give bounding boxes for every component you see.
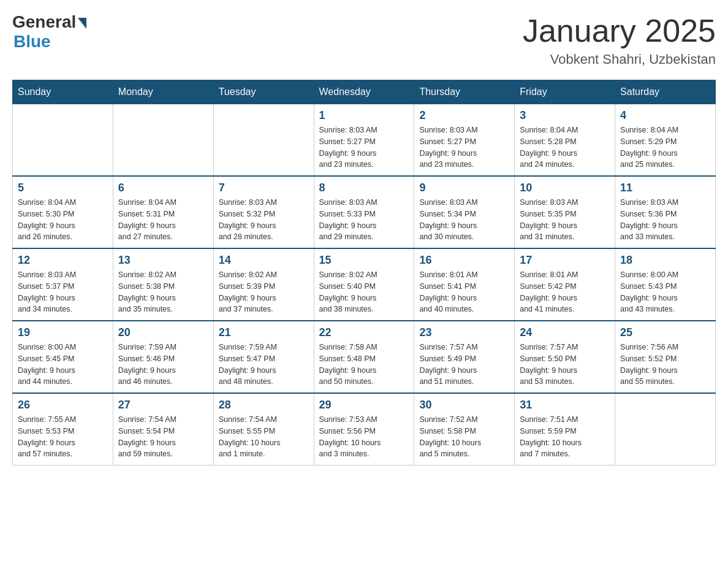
calendar-week-row: 1Sunrise: 8:03 AM Sunset: 5:27 PM Daylig… [13, 104, 716, 177]
day-number: 9 [419, 182, 509, 194]
day-info: Sunrise: 7:57 AM Sunset: 5:49 PM Dayligh… [419, 342, 509, 388]
day-number: 25 [620, 326, 710, 339]
day-info: Sunrise: 8:01 AM Sunset: 5:42 PM Dayligh… [520, 269, 610, 315]
calendar-cell: 6Sunrise: 8:04 AM Sunset: 5:31 PM Daylig… [113, 176, 213, 248]
weekday-header-monday: Monday [113, 80, 213, 104]
calendar-cell: 19Sunrise: 8:00 AM Sunset: 5:45 PM Dayli… [13, 321, 113, 393]
calendar-cell: 10Sunrise: 8:03 AM Sunset: 5:35 PM Dayli… [515, 176, 615, 248]
calendar-cell: 2Sunrise: 8:03 AM Sunset: 5:27 PM Daylig… [414, 104, 515, 177]
calendar-cell: 1Sunrise: 8:03 AM Sunset: 5:27 PM Daylig… [314, 104, 414, 177]
day-info: Sunrise: 8:03 AM Sunset: 5:27 PM Dayligh… [319, 124, 409, 170]
calendar-cell: 13Sunrise: 8:02 AM Sunset: 5:38 PM Dayli… [113, 248, 213, 321]
day-number: 24 [520, 326, 610, 339]
calendar-cell [13, 104, 113, 177]
day-number: 30 [419, 399, 509, 412]
day-number: 10 [520, 182, 610, 194]
day-info: Sunrise: 8:03 AM Sunset: 5:35 PM Dayligh… [520, 197, 610, 243]
day-number: 22 [319, 326, 409, 339]
calendar-cell: 22Sunrise: 7:58 AM Sunset: 5:48 PM Dayli… [314, 321, 414, 393]
logo: General Blue [12, 12, 86, 52]
day-info: Sunrise: 7:58 AM Sunset: 5:48 PM Dayligh… [319, 342, 409, 388]
day-number: 16 [419, 254, 509, 267]
day-info: Sunrise: 8:03 AM Sunset: 5:34 PM Dayligh… [419, 197, 509, 243]
calendar-cell: 20Sunrise: 7:59 AM Sunset: 5:46 PM Dayli… [113, 321, 213, 393]
weekday-header-saturday: Saturday [615, 80, 716, 104]
calendar-cell: 21Sunrise: 7:59 AM Sunset: 5:47 PM Dayli… [213, 321, 314, 393]
weekday-header-sunday: Sunday [13, 80, 113, 104]
day-number: 29 [319, 399, 409, 412]
day-info: Sunrise: 7:52 AM Sunset: 5:58 PM Dayligh… [419, 414, 509, 460]
day-number: 7 [219, 182, 309, 194]
day-info: Sunrise: 7:55 AM Sunset: 5:53 PM Dayligh… [18, 414, 108, 460]
logo-general-text: General [12, 12, 76, 32]
day-number: 14 [219, 254, 309, 267]
month-title: January 2025 [523, 12, 716, 49]
day-number: 31 [520, 399, 610, 412]
day-info: Sunrise: 7:59 AM Sunset: 5:46 PM Dayligh… [118, 342, 208, 388]
logo-arrow-icon [78, 18, 86, 29]
calendar-cell [213, 104, 314, 177]
day-info: Sunrise: 8:03 AM Sunset: 5:36 PM Dayligh… [620, 197, 710, 243]
day-number: 1 [319, 109, 409, 122]
calendar-week-row: 5Sunrise: 8:04 AM Sunset: 5:30 PM Daylig… [13, 176, 716, 248]
day-number: 12 [18, 254, 108, 267]
calendar-cell: 11Sunrise: 8:03 AM Sunset: 5:36 PM Dayli… [615, 176, 716, 248]
calendar-cell: 15Sunrise: 8:02 AM Sunset: 5:40 PM Dayli… [314, 248, 414, 321]
calendar-cell [113, 104, 213, 177]
calendar-cell: 9Sunrise: 8:03 AM Sunset: 5:34 PM Daylig… [414, 176, 515, 248]
day-info: Sunrise: 8:04 AM Sunset: 5:31 PM Dayligh… [118, 197, 208, 243]
day-number: 20 [118, 326, 208, 339]
day-info: Sunrise: 8:02 AM Sunset: 5:38 PM Dayligh… [118, 269, 208, 315]
title-section: January 2025 Vobkent Shahri, Uzbekistan [523, 12, 716, 67]
day-number: 21 [219, 326, 309, 339]
day-info: Sunrise: 7:59 AM Sunset: 5:47 PM Dayligh… [219, 342, 309, 388]
calendar-week-row: 26Sunrise: 7:55 AM Sunset: 5:53 PM Dayli… [13, 393, 716, 465]
calendar-cell: 4Sunrise: 8:04 AM Sunset: 5:29 PM Daylig… [615, 104, 716, 177]
calendar-cell: 24Sunrise: 7:57 AM Sunset: 5:50 PM Dayli… [515, 321, 615, 393]
day-number: 4 [620, 109, 710, 122]
calendar-cell: 5Sunrise: 8:04 AM Sunset: 5:30 PM Daylig… [13, 176, 113, 248]
day-number: 6 [118, 182, 208, 194]
day-number: 15 [319, 254, 409, 267]
day-number: 2 [419, 109, 509, 122]
calendar-cell: 28Sunrise: 7:54 AM Sunset: 5:55 PM Dayli… [213, 393, 314, 465]
day-number: 13 [118, 254, 208, 267]
calendar-cell: 27Sunrise: 7:54 AM Sunset: 5:54 PM Dayli… [113, 393, 213, 465]
calendar-week-row: 12Sunrise: 8:03 AM Sunset: 5:37 PM Dayli… [13, 248, 716, 321]
day-info: Sunrise: 8:03 AM Sunset: 5:33 PM Dayligh… [319, 197, 409, 243]
calendar-body: 1Sunrise: 8:03 AM Sunset: 5:27 PM Daylig… [13, 104, 716, 465]
calendar-cell: 18Sunrise: 8:00 AM Sunset: 5:43 PM Dayli… [615, 248, 716, 321]
calendar-header: SundayMondayTuesdayWednesdayThursdayFrid… [13, 80, 716, 104]
day-info: Sunrise: 8:03 AM Sunset: 5:27 PM Dayligh… [419, 124, 509, 170]
day-number: 11 [620, 182, 710, 194]
day-info: Sunrise: 8:00 AM Sunset: 5:43 PM Dayligh… [620, 269, 710, 315]
weekday-header-wednesday: Wednesday [314, 80, 414, 104]
day-info: Sunrise: 8:04 AM Sunset: 5:29 PM Dayligh… [620, 124, 710, 170]
calendar-cell: 7Sunrise: 8:03 AM Sunset: 5:32 PM Daylig… [213, 176, 314, 248]
day-number: 8 [319, 182, 409, 194]
day-info: Sunrise: 8:04 AM Sunset: 5:28 PM Dayligh… [520, 124, 610, 170]
day-info: Sunrise: 7:57 AM Sunset: 5:50 PM Dayligh… [520, 342, 610, 388]
calendar-cell: 30Sunrise: 7:52 AM Sunset: 5:58 PM Dayli… [414, 393, 515, 465]
day-number: 19 [18, 326, 108, 339]
weekday-header-row: SundayMondayTuesdayWednesdayThursdayFrid… [13, 80, 716, 104]
day-number: 27 [118, 399, 208, 412]
calendar-cell: 26Sunrise: 7:55 AM Sunset: 5:53 PM Dayli… [13, 393, 113, 465]
day-info: Sunrise: 8:02 AM Sunset: 5:40 PM Dayligh… [319, 269, 409, 315]
day-info: Sunrise: 8:02 AM Sunset: 5:39 PM Dayligh… [219, 269, 309, 315]
day-info: Sunrise: 7:54 AM Sunset: 5:55 PM Dayligh… [219, 414, 309, 460]
calendar-cell: 3Sunrise: 8:04 AM Sunset: 5:28 PM Daylig… [515, 104, 615, 177]
calendar-cell: 8Sunrise: 8:03 AM Sunset: 5:33 PM Daylig… [314, 176, 414, 248]
calendar-cell: 17Sunrise: 8:01 AM Sunset: 5:42 PM Dayli… [515, 248, 615, 321]
day-info: Sunrise: 7:56 AM Sunset: 5:52 PM Dayligh… [620, 342, 710, 388]
calendar-cell: 25Sunrise: 7:56 AM Sunset: 5:52 PM Dayli… [615, 321, 716, 393]
logo-blue-text: Blue [13, 32, 51, 52]
location-text: Vobkent Shahri, Uzbekistan [523, 52, 716, 67]
day-info: Sunrise: 8:00 AM Sunset: 5:45 PM Dayligh… [18, 342, 108, 388]
day-info: Sunrise: 8:01 AM Sunset: 5:41 PM Dayligh… [419, 269, 509, 315]
day-number: 18 [620, 254, 710, 267]
calendar-cell: 14Sunrise: 8:02 AM Sunset: 5:39 PM Dayli… [213, 248, 314, 321]
calendar-cell: 16Sunrise: 8:01 AM Sunset: 5:41 PM Dayli… [414, 248, 515, 321]
day-info: Sunrise: 7:51 AM Sunset: 5:59 PM Dayligh… [520, 414, 610, 460]
calendar-cell: 23Sunrise: 7:57 AM Sunset: 5:49 PM Dayli… [414, 321, 515, 393]
